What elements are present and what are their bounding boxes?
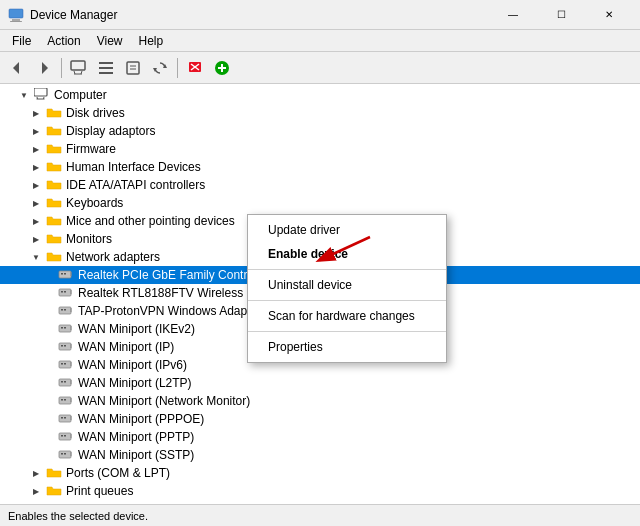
maximize-button[interactable]: ☐ — [538, 0, 584, 30]
menu-help[interactable]: Help — [131, 32, 172, 50]
context-separator-2 — [248, 300, 446, 301]
svg-rect-49 — [64, 345, 66, 347]
tree-item-wan-pppoe[interactable]: WAN Miniport (PPPOE) — [0, 410, 640, 428]
window-controls[interactable]: — ☐ ✕ — [490, 0, 632, 30]
item-icon — [46, 195, 62, 211]
tree-item-wan-netmon[interactable]: WAN Miniport (Network Monitor) — [0, 392, 640, 410]
tree-item-disk-drives[interactable]: ▶ Disk drives — [0, 104, 640, 122]
item-label: WAN Miniport (PPTP) — [76, 430, 194, 444]
svg-rect-23 — [34, 88, 47, 96]
expand-button[interactable]: ▶ — [28, 159, 44, 175]
item-icon — [58, 339, 74, 355]
item-icon — [58, 447, 74, 463]
tree-item-wan-pptp[interactable]: WAN Miniport (PPTP) — [0, 428, 640, 446]
tree-item-firmware[interactable]: ▶ Firmware — [0, 140, 640, 158]
forward-button[interactable] — [31, 55, 57, 81]
window-title: Device Manager — [30, 8, 490, 22]
svg-rect-68 — [61, 417, 63, 419]
item-label: Monitors — [64, 232, 112, 246]
svg-rect-2 — [10, 21, 22, 22]
item-icon — [58, 411, 74, 427]
svg-rect-44 — [64, 327, 66, 329]
tree-item-wan-l2tp[interactable]: WAN Miniport (L2TP) — [0, 374, 640, 392]
tree-item-display-adaptors[interactable]: ▶ Display adaptors — [0, 122, 640, 140]
menu-view[interactable]: View — [89, 32, 131, 50]
menu-file[interactable]: File — [4, 32, 39, 50]
properties-button[interactable] — [120, 55, 146, 81]
refresh-button[interactable] — [147, 55, 173, 81]
item-label: Disk drives — [64, 106, 125, 120]
svg-rect-59 — [64, 381, 66, 383]
item-icon — [46, 177, 62, 193]
expand-button[interactable]: ▶ — [28, 465, 44, 481]
item-icon — [34, 87, 50, 103]
expand-button[interactable]: ▶ — [28, 483, 44, 499]
menu-action[interactable]: Action — [39, 32, 88, 50]
expand-button[interactable]: ▶ — [28, 177, 44, 193]
svg-marker-4 — [42, 62, 48, 74]
item-icon — [58, 393, 74, 409]
svg-rect-12 — [127, 62, 139, 74]
svg-rect-5 — [71, 61, 85, 70]
item-icon — [46, 465, 62, 481]
svg-rect-9 — [99, 62, 113, 64]
expand-button[interactable]: ▼ — [16, 87, 32, 103]
remove-button[interactable] — [182, 55, 208, 81]
svg-rect-73 — [61, 435, 63, 437]
tree-item-keyboards[interactable]: ▶ Keyboards — [0, 194, 640, 212]
context-uninstall-device[interactable]: Uninstall device — [248, 273, 446, 297]
item-label: Network adapters — [64, 250, 160, 264]
item-label: WAN Miniport (L2TP) — [76, 376, 192, 390]
separator-2 — [177, 58, 178, 78]
item-label: Print queues — [64, 484, 133, 498]
item-label: WAN Miniport (IPv6) — [76, 358, 187, 372]
tree-item-ide-ata[interactable]: ▶ IDE ATA/ATAPI controllers — [0, 176, 640, 194]
expand-button[interactable]: ▶ — [28, 105, 44, 121]
item-label: Realtek PCIe GbE Family Controller — [76, 268, 270, 282]
item-icon — [58, 303, 74, 319]
expand-button[interactable]: ▶ — [28, 231, 44, 247]
item-icon — [58, 429, 74, 445]
svg-rect-63 — [61, 399, 63, 401]
item-icon — [58, 321, 74, 337]
title-bar: Device Manager — ☐ ✕ — [0, 0, 640, 30]
list-button[interactable] — [93, 55, 119, 81]
tree-item-computer[interactable]: ▼ Computer — [0, 86, 640, 104]
tree-item-processors[interactable]: ▶ Processors — [0, 500, 640, 504]
expand-button[interactable]: ▶ — [28, 213, 44, 229]
svg-rect-1 — [12, 19, 20, 21]
svg-rect-28 — [61, 273, 63, 275]
item-label: IDE ATA/ATAPI controllers — [64, 178, 205, 192]
expand-button[interactable]: ▶ — [28, 195, 44, 211]
expand-button[interactable]: ▶ — [28, 123, 44, 139]
add-button[interactable] — [209, 55, 235, 81]
close-button[interactable]: ✕ — [586, 0, 632, 30]
computer-button[interactable] — [66, 55, 92, 81]
tree-item-wan-sstp[interactable]: WAN Miniport (SSTP) — [0, 446, 640, 464]
tree-item-human-interface[interactable]: ▶ Human Interface Devices — [0, 158, 640, 176]
item-icon — [46, 501, 62, 504]
context-update-driver[interactable]: Update driver — [248, 218, 446, 242]
back-button[interactable] — [4, 55, 30, 81]
expand-button[interactable]: ▼ — [28, 249, 44, 265]
context-separator-3 — [248, 331, 446, 332]
minimize-button[interactable]: — — [490, 0, 536, 30]
svg-rect-58 — [61, 381, 63, 383]
status-text: Enables the selected device. — [8, 510, 148, 522]
context-enable-device[interactable]: Enable device — [248, 242, 446, 266]
tree-item-print-queues[interactable]: ▶ Print queues — [0, 482, 640, 500]
tree-item-ports[interactable]: ▶ Ports (COM & LPT) — [0, 464, 640, 482]
item-label: Human Interface Devices — [64, 160, 201, 174]
item-label: Firmware — [64, 142, 116, 156]
svg-rect-0 — [9, 9, 23, 18]
context-scan-hardware[interactable]: Scan for hardware changes — [248, 304, 446, 328]
svg-rect-69 — [64, 417, 66, 419]
context-menu: Update driver Enable device Uninstall de… — [247, 214, 447, 363]
svg-rect-39 — [64, 309, 66, 311]
context-separator — [248, 269, 446, 270]
expand-button[interactable]: ▶ — [28, 501, 44, 504]
svg-rect-43 — [61, 327, 63, 329]
context-properties[interactable]: Properties — [248, 335, 446, 359]
svg-rect-48 — [61, 345, 63, 347]
expand-button[interactable]: ▶ — [28, 141, 44, 157]
